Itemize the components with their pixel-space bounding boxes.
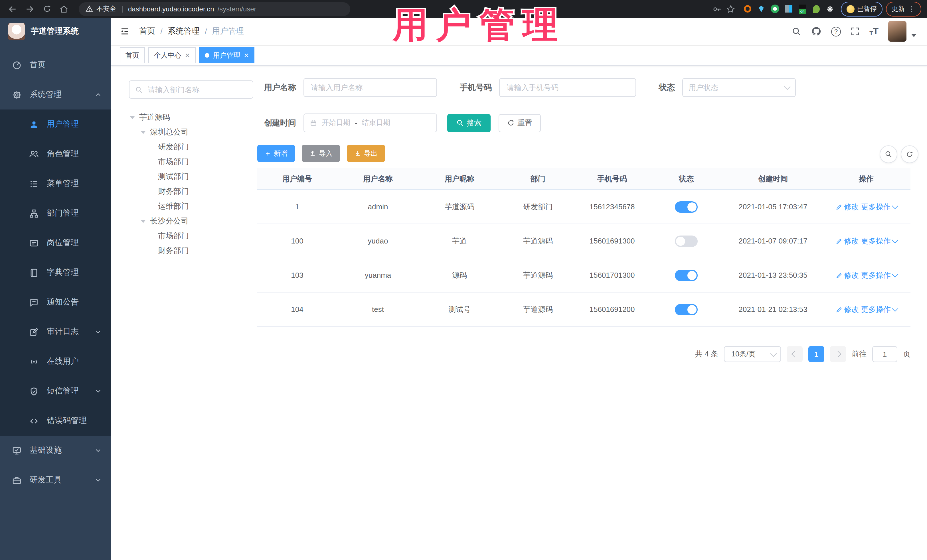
status-toggle[interactable] bbox=[675, 304, 698, 315]
tree-node[interactable]: 研发部门 bbox=[111, 140, 254, 155]
browser-back-icon[interactable] bbox=[6, 2, 20, 16]
table-row: 103 yuanma 源码 芋道源码 15601701300 2021-01-1… bbox=[257, 258, 910, 293]
status-toggle[interactable] bbox=[675, 235, 698, 247]
tab-user-mgmt[interactable]: 用户管理 ✕ bbox=[199, 47, 254, 63]
browser-menu-icon[interactable] bbox=[907, 5, 916, 13]
profile-paused-pill[interactable]: 已暂停 bbox=[840, 2, 883, 16]
goto-page-input[interactable] bbox=[872, 346, 897, 362]
sidebar-item-audit-log[interactable]: 审计日志 bbox=[0, 317, 111, 347]
browser-refresh-icon[interactable] bbox=[40, 2, 54, 16]
edit-link[interactable]: 修改 bbox=[836, 236, 859, 246]
tab-profile[interactable]: 个人中心 ✕ bbox=[148, 47, 196, 63]
github-icon[interactable] bbox=[811, 26, 821, 36]
next-page-button[interactable] bbox=[830, 346, 846, 362]
col-create-time: 创建时间 bbox=[724, 174, 822, 184]
browser-forward-icon[interactable] bbox=[23, 2, 36, 16]
col-status: 状态 bbox=[649, 174, 724, 184]
chevron-down-icon bbox=[770, 350, 777, 357]
page-size-select[interactable]: 10条/页 bbox=[724, 346, 781, 362]
sidebar-item-dev-tools[interactable]: 研发工具 bbox=[0, 465, 111, 495]
tree-caret-icon[interactable] bbox=[141, 220, 146, 223]
browser-home-icon[interactable] bbox=[57, 2, 71, 16]
sidebar-item-post-mgmt[interactable]: 岗位管理 bbox=[0, 228, 111, 258]
more-actions-link[interactable]: 更多操作 bbox=[861, 270, 897, 280]
sidebar-item-online-users[interactable]: 在线用户 bbox=[0, 347, 111, 376]
tree-node[interactable]: 长沙分公司 bbox=[111, 214, 254, 229]
tree-caret-icon[interactable] bbox=[130, 116, 135, 119]
extension-icon-on-badge[interactable]: on bbox=[797, 4, 807, 14]
status-select[interactable]: 用户状态 bbox=[682, 78, 796, 97]
toggle-search-button[interactable] bbox=[880, 146, 897, 163]
add-button[interactable]: 新增 bbox=[257, 145, 295, 162]
sidebar-item-dict-mgmt[interactable]: 字典管理 bbox=[0, 258, 111, 287]
key-icon[interactable] bbox=[712, 4, 722, 14]
sidebar-item-user-mgmt[interactable]: 用户管理 bbox=[0, 109, 111, 139]
chevron-down-icon bbox=[94, 476, 102, 484]
extension-icon-green-circle[interactable] bbox=[770, 4, 780, 14]
tree-node[interactable]: 测试部门 bbox=[111, 169, 254, 184]
tree-node[interactable]: 芋道源码 bbox=[111, 110, 254, 125]
edit-link[interactable]: 修改 bbox=[836, 270, 859, 280]
close-icon[interactable]: ✕ bbox=[243, 52, 249, 59]
chevron-down-icon bbox=[892, 203, 898, 209]
header-search-icon[interactable] bbox=[792, 27, 801, 36]
help-icon[interactable]: ? bbox=[831, 27, 841, 36]
logo[interactable]: 芋道管理系统 bbox=[0, 18, 111, 44]
status-toggle[interactable] bbox=[675, 201, 698, 212]
more-actions-link[interactable]: 更多操作 bbox=[861, 202, 897, 212]
sidebar-item-notice[interactable]: 通知公告 bbox=[0, 287, 111, 317]
sidebar-item-infrastructure[interactable]: 基础设施 bbox=[0, 436, 111, 465]
reset-button[interactable]: 重置 bbox=[498, 114, 541, 132]
more-actions-link[interactable]: 更多操作 bbox=[861, 304, 897, 314]
page-1-button[interactable]: 1 bbox=[808, 346, 824, 362]
extension-icon-grid[interactable] bbox=[784, 4, 794, 14]
bookmark-star-icon[interactable] bbox=[725, 4, 736, 14]
tree-node[interactable]: 财务部门 bbox=[111, 184, 254, 199]
tree-node[interactable]: 运维部门 bbox=[111, 199, 254, 214]
mobile-input[interactable] bbox=[499, 78, 636, 97]
prev-page-button[interactable] bbox=[787, 346, 802, 362]
close-icon[interactable]: ✕ bbox=[185, 52, 190, 59]
tree-node[interactable]: 财务部门 bbox=[111, 243, 254, 258]
sidebar-item-role-mgmt[interactable]: 角色管理 bbox=[0, 139, 111, 169]
dept-search-input[interactable] bbox=[147, 85, 247, 94]
export-button[interactable]: 导出 bbox=[347, 145, 385, 162]
breadcrumb-system[interactable]: 系统管理 bbox=[168, 26, 200, 36]
more-actions-link[interactable]: 更多操作 bbox=[861, 236, 897, 246]
update-label: 更新 bbox=[892, 5, 905, 13]
plus-icon bbox=[265, 150, 271, 156]
browser-update-button[interactable]: 更新 bbox=[886, 2, 921, 16]
sidebar-item-home[interactable]: 首页 bbox=[0, 50, 111, 80]
tab-home[interactable]: 首页 bbox=[120, 47, 145, 63]
date-range-picker[interactable]: 开始日期 - 结束日期 bbox=[304, 114, 437, 132]
tree-node[interactable]: 市场部门 bbox=[111, 155, 254, 169]
tree-node[interactable]: 市场部门 bbox=[111, 229, 254, 243]
tree-caret-icon[interactable] bbox=[141, 131, 146, 134]
font-size-icon[interactable]: TT bbox=[869, 26, 878, 36]
fullscreen-icon[interactable] bbox=[851, 27, 860, 36]
address-bar[interactable]: 不安全 dashboard.yudao.iocoder.cn/system/us… bbox=[79, 2, 350, 16]
sidebar-item-sms-mgmt[interactable]: 短信管理 bbox=[0, 376, 111, 406]
edit-link[interactable]: 修改 bbox=[836, 304, 859, 314]
extension-icon-leaf[interactable] bbox=[811, 4, 821, 14]
extension-icon-gem[interactable] bbox=[756, 4, 766, 14]
status-toggle[interactable] bbox=[675, 269, 698, 281]
username-input[interactable] bbox=[304, 78, 437, 97]
table-row: 104 test 测试号 芋道源码 15601691200 2021-01-21… bbox=[257, 293, 910, 327]
refresh-table-button[interactable] bbox=[901, 146, 918, 163]
sidebar-item-dept-mgmt[interactable]: 部门管理 bbox=[0, 199, 111, 228]
extension-icon-ublock[interactable] bbox=[742, 4, 753, 14]
edit-link[interactable]: 修改 bbox=[836, 202, 859, 212]
sidebar-item-menu-mgmt[interactable]: 菜单管理 bbox=[0, 169, 111, 199]
avatar-caret-icon[interactable] bbox=[911, 33, 917, 37]
sidebar-item-error-code[interactable]: 错误码管理 bbox=[0, 406, 111, 436]
import-button[interactable]: 导入 bbox=[302, 145, 340, 162]
breadcrumb-home[interactable]: 首页 bbox=[139, 26, 155, 36]
sidebar-fold-icon[interactable] bbox=[120, 26, 130, 36]
tree-node[interactable]: 深圳总公司 bbox=[111, 125, 254, 140]
sidebar-item-system[interactable]: 系统管理 bbox=[0, 80, 111, 109]
extension-icon-pinwheel[interactable] bbox=[825, 4, 835, 14]
page-suffix: 页 bbox=[903, 349, 910, 359]
avatar[interactable] bbox=[888, 21, 906, 42]
search-button[interactable]: 搜索 bbox=[447, 114, 491, 132]
